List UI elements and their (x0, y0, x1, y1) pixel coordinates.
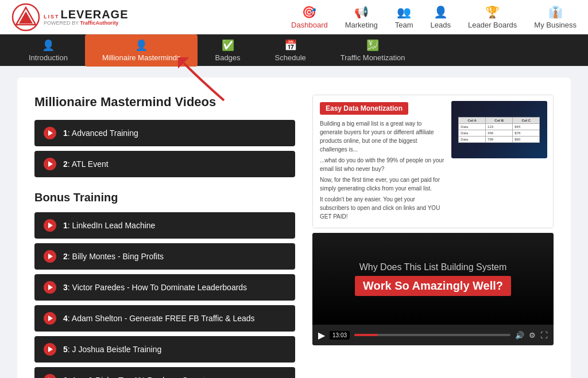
traffic-icon: 💹 (366, 39, 379, 52)
content-card: Millionaire Mastermind Videos 1: Advance… (17, 77, 571, 378)
nav-label-dashboard: Dashboard (291, 21, 328, 29)
thumbnail-text-4: It couldn't be any easier. You get your … (320, 195, 444, 221)
bonus-label-2: 2: Billy Montes - Bing Profits (63, 252, 164, 261)
nav-item-leader-boards[interactable]: 🏆 Leader Boards (468, 5, 517, 29)
video-main-area: Why Does This List Building System Work … (312, 233, 554, 325)
bonus-video-3[interactable]: 3: Victor Paredes - How To Dominate Lead… (34, 274, 295, 301)
video-item-2[interactable]: 2: ATL Event (34, 151, 295, 177)
logo-powered: POWERED BY TrafficAuthority (44, 21, 129, 26)
video-label-1: 1: Advanced Training (63, 128, 138, 138)
video-player[interactable]: Why Does This List Building System Work … (312, 233, 554, 345)
annotation-arrow (178, 57, 247, 103)
nav-label-business: My Business (534, 21, 577, 29)
data-table-sim: Col ACol BCol C Data123$45 Data456$78 Da… (458, 117, 540, 143)
bonus-video-5[interactable]: 5: J Joshua Beistle Training (34, 336, 295, 363)
play-bonus-3[interactable] (44, 281, 56, 294)
thumbnail-text: Building a big email list is a great way… (320, 119, 444, 221)
bonus-label-5: 5: J Joshua Beistle Training (63, 345, 161, 354)
video-play-button[interactable]: ▶ (318, 330, 325, 341)
nav-item-dashboard[interactable]: 🎯 Dashboard (291, 5, 328, 29)
bonus-video-4[interactable]: 4: Adam Shelton - Generate FREE FB Traff… (34, 305, 295, 332)
right-panel: Easy Data Monetization Building a big em… (312, 95, 554, 378)
bonus-label-4: 4: Adam Shelton - Generate FREE FB Traff… (63, 314, 255, 323)
sub-nav-label-introduction: Introduction (29, 53, 68, 62)
introduction-icon: 👤 (42, 39, 55, 52)
video-time: 13:03 (330, 331, 350, 340)
play-bonus-2[interactable] (44, 250, 56, 263)
nav-label-leads: Leads (431, 21, 451, 29)
dashboard-icon: 🎯 (302, 5, 316, 19)
team-icon: 👥 (397, 5, 411, 19)
logo: LIST LEVERAGE POWERED BY TrafficAuthorit… (11, 3, 129, 32)
play-button-2[interactable] (44, 158, 56, 170)
volume-icon[interactable]: 🔊 (515, 331, 524, 340)
sub-nav-traffic-monetization[interactable]: 💹 Traffic Monetization (323, 34, 423, 67)
marketing-icon: 📢 (354, 5, 369, 19)
nav-item-team[interactable]: 👥 Team (395, 5, 413, 29)
video-item-1[interactable]: 1: Advanced Training (34, 120, 295, 146)
bonus-label-1: 1: LinkedIn Lead Machine (63, 221, 155, 230)
bonus-video-2[interactable]: 2: Billy Montes - Bing Profits (34, 243, 295, 270)
video-controls: ▶ 13:03 🔊 ⚙ ⛶ (312, 325, 554, 345)
nav-label-leaderboards: Leader Boards (468, 21, 517, 29)
nav-item-my-business[interactable]: 👔 My Business (534, 5, 577, 29)
top-navigation: LIST LEVERAGE POWERED BY TrafficAuthorit… (0, 0, 588, 34)
thumbnail-laptop-image: Col ACol BCol C Data123$45 Data456$78 Da… (451, 101, 547, 158)
thumbnail-text-2: ...what do you do with the 99% of people… (320, 156, 444, 173)
badges-icon: ✅ (222, 39, 234, 52)
video-overlay-text: Why Does This List Building System Work … (355, 262, 511, 296)
svg-marker-2 (19, 11, 33, 24)
nav-item-leads[interactable]: 👤 Leads (431, 5, 451, 29)
bonus-video-list: 1: LinkedIn Lead Machine 2: Billy Montes… (34, 212, 295, 378)
nav-item-marketing[interactable]: 📢 Marketing (345, 5, 378, 29)
section-title: Millionaire Mastermind Videos (34, 95, 295, 110)
bonus-video-6[interactable]: 6: Ace & Rich - Top 1% Producer Secrets (34, 367, 295, 378)
play-bonus-4[interactable] (44, 312, 56, 325)
sub-nav-schedule[interactable]: 📅 Schedule (258, 34, 323, 67)
thumbnail-text-1: Building a big email list is a great way… (320, 119, 444, 154)
sub-navigation: 👤 Introduction 👤 Millionaire Masterminds… (0, 34, 588, 66)
easy-data-badge: Easy Data Monetization (320, 102, 408, 115)
sub-nav-label-schedule: Schedule (275, 53, 306, 62)
sub-nav-label-traffic: Traffic Monetization (341, 53, 405, 62)
video-progress-bar[interactable] (354, 334, 510, 336)
thumbnail-text-3: Now, for the first time ever, you can ge… (320, 176, 444, 193)
bonus-label-6: 6: Ace & Rich - Top 1% Producer Secrets (63, 376, 210, 378)
business-icon: 👔 (548, 5, 563, 19)
logo-icon (11, 3, 40, 32)
logo-list: LIST (44, 14, 60, 20)
nav-items: 🎯 Dashboard 📢 Marketing 👥 Team 👤 Leads 🏆… (291, 5, 577, 29)
thumbnail-upper: Easy Data Monetization Building a big em… (313, 95, 553, 228)
bonus-title: Bonus Training (34, 191, 295, 204)
leaderboards-icon: 🏆 (485, 5, 500, 19)
bonus-video-1[interactable]: 1: LinkedIn Lead Machine (34, 212, 295, 239)
main-content: Millionaire Mastermind Videos 1: Advance… (0, 66, 588, 378)
left-panel: Millionaire Mastermind Videos 1: Advance… (34, 95, 295, 378)
video-text-top: Why Does This List Building System (355, 262, 511, 272)
video-label-2: 2: ATL Event (63, 159, 109, 169)
sub-nav-label-masterminds: Millionaire Masterminds (102, 53, 181, 62)
leads-icon: 👤 (434, 5, 448, 19)
play-bonus-5[interactable] (44, 343, 56, 356)
nav-label-team: Team (395, 21, 413, 29)
nav-label-marketing: Marketing (345, 21, 378, 29)
play-button-1[interactable] (44, 127, 56, 139)
masterminds-icon: 👤 (135, 39, 148, 52)
video-thumbnail: Easy Data Monetization Building a big em… (312, 95, 554, 228)
schedule-icon: 📅 (284, 39, 297, 52)
settings-icon[interactable]: ⚙ (529, 331, 536, 340)
play-bonus-6[interactable] (44, 374, 56, 378)
video-progress-fill (354, 334, 378, 336)
logo-leverage: LEVERAGE (61, 8, 129, 21)
play-bonus-1[interactable] (44, 219, 56, 232)
mastermind-video-list: 1: Advanced Training 2: ATL Event (34, 120, 295, 177)
fullscreen-icon[interactable]: ⛶ (540, 331, 548, 340)
logo-text: LIST LEVERAGE POWERED BY TrafficAuthorit… (44, 8, 129, 26)
sub-nav-introduction[interactable]: 👤 Introduction (11, 34, 85, 67)
bonus-label-3: 3: Victor Paredes - How To Dominate Lead… (63, 283, 247, 292)
video-text-bottom: Work So Amazingly Well? (355, 276, 511, 296)
